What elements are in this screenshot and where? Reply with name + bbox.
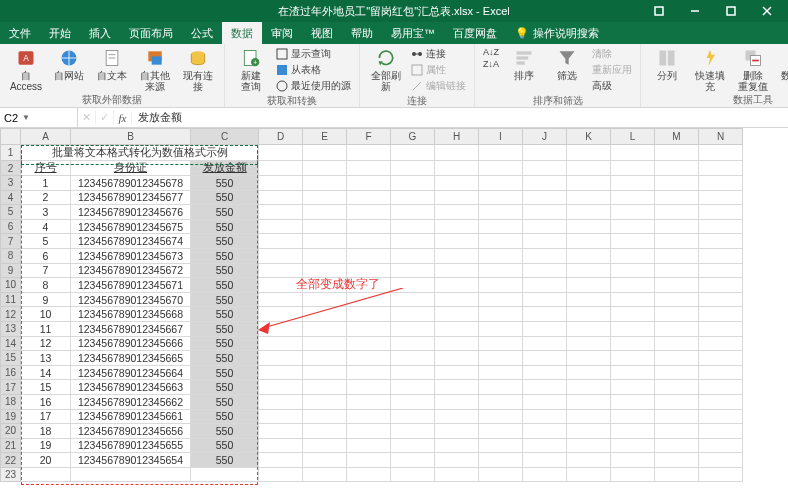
tab-addon2[interactable]: 百度网盘 <box>444 22 506 44</box>
data-cell[interactable]: 16 <box>21 394 71 409</box>
cell[interactable] <box>259 161 303 176</box>
cell[interactable] <box>567 145 611 161</box>
row-header[interactable]: 6 <box>1 219 21 234</box>
data-cell[interactable]: 123456789012345676 <box>71 205 191 220</box>
data-cell[interactable]: 2 <box>21 190 71 205</box>
cell[interactable] <box>259 438 303 453</box>
row-header[interactable]: 16 <box>1 365 21 380</box>
cell[interactable] <box>611 176 655 191</box>
cell[interactable] <box>699 234 743 249</box>
cell[interactable] <box>611 219 655 234</box>
cell[interactable] <box>435 365 479 380</box>
minimize-button[interactable] <box>678 3 712 19</box>
data-cell[interactable]: 3 <box>21 205 71 220</box>
cell[interactable] <box>523 409 567 424</box>
cell[interactable] <box>391 438 435 453</box>
data-cell[interactable]: 123456789012345656 <box>71 424 191 439</box>
from-access-button[interactable]: A自 Access <box>6 46 46 93</box>
data-cell[interactable]: 10 <box>21 307 71 322</box>
cell[interactable] <box>655 190 699 205</box>
cell[interactable] <box>523 248 567 263</box>
data-cell[interactable]: 550 <box>191 351 259 366</box>
cell[interactable] <box>71 467 191 482</box>
row-header[interactable]: 15 <box>1 351 21 366</box>
data-cell[interactable]: 4 <box>21 219 71 234</box>
cell[interactable] <box>435 176 479 191</box>
data-cell[interactable]: 550 <box>191 263 259 278</box>
data-cell[interactable]: 550 <box>191 205 259 220</box>
cell[interactable] <box>259 219 303 234</box>
cell[interactable] <box>523 438 567 453</box>
data-cell[interactable]: 550 <box>191 292 259 307</box>
fx-button[interactable]: fx <box>114 112 132 124</box>
cell[interactable] <box>303 453 347 468</box>
cell[interactable] <box>259 453 303 468</box>
row-header[interactable]: 18 <box>1 394 21 409</box>
cell[interactable] <box>523 424 567 439</box>
tab-insert[interactable]: 插入 <box>80 22 120 44</box>
cell[interactable] <box>347 467 391 482</box>
col-header-F[interactable]: F <box>347 129 391 145</box>
cell[interactable] <box>567 380 611 395</box>
cell[interactable] <box>435 145 479 161</box>
cell[interactable] <box>435 438 479 453</box>
cell[interactable] <box>303 145 347 161</box>
text-to-columns-button[interactable]: 分列 <box>647 46 687 82</box>
cell[interactable] <box>655 394 699 409</box>
row-header[interactable]: 21 <box>1 438 21 453</box>
cell[interactable] <box>655 351 699 366</box>
data-cell[interactable]: 550 <box>191 219 259 234</box>
cell[interactable] <box>435 292 479 307</box>
cell[interactable] <box>523 234 567 249</box>
data-cell[interactable]: 123456789012345655 <box>71 438 191 453</box>
data-cell[interactable]: 550 <box>191 307 259 322</box>
cell[interactable] <box>699 351 743 366</box>
cell[interactable] <box>191 467 259 482</box>
data-cell[interactable]: 20 <box>21 453 71 468</box>
from-web-button[interactable]: 自网站 <box>49 46 89 82</box>
cell[interactable] <box>479 248 523 263</box>
cell[interactable] <box>611 467 655 482</box>
cell[interactable] <box>655 336 699 351</box>
cell[interactable] <box>347 145 391 161</box>
cell[interactable] <box>347 365 391 380</box>
cell[interactable] <box>479 453 523 468</box>
row-header[interactable]: 12 <box>1 307 21 322</box>
data-cell[interactable]: 550 <box>191 278 259 293</box>
col-header-B[interactable]: B <box>71 129 191 145</box>
cell[interactable] <box>435 424 479 439</box>
col-header-K[interactable]: K <box>567 129 611 145</box>
cell[interactable] <box>479 380 523 395</box>
row-header[interactable]: 2 <box>1 161 21 176</box>
cell[interactable] <box>259 176 303 191</box>
data-cell[interactable]: 17 <box>21 409 71 424</box>
data-cell[interactable]: 123456789012345667 <box>71 321 191 336</box>
row-header[interactable]: 3 <box>1 176 21 191</box>
cell[interactable] <box>523 365 567 380</box>
data-cell[interactable]: 123456789012345664 <box>71 365 191 380</box>
cell[interactable] <box>259 394 303 409</box>
data-cell[interactable]: 123456789012345662 <box>71 394 191 409</box>
cell[interactable] <box>699 380 743 395</box>
cell[interactable] <box>347 453 391 468</box>
cell[interactable] <box>347 380 391 395</box>
cell[interactable] <box>523 205 567 220</box>
cell[interactable] <box>435 205 479 220</box>
cell[interactable] <box>567 321 611 336</box>
cell[interactable] <box>611 205 655 220</box>
tab-file[interactable]: 文件 <box>0 22 40 44</box>
row-header[interactable]: 10 <box>1 278 21 293</box>
cell[interactable] <box>303 234 347 249</box>
tab-data[interactable]: 数据 <box>222 22 262 44</box>
cell[interactable] <box>347 351 391 366</box>
data-cell[interactable]: 19 <box>21 438 71 453</box>
cell[interactable] <box>567 248 611 263</box>
data-cell[interactable]: 550 <box>191 394 259 409</box>
sort-za-button[interactable]: Z↓A <box>481 58 501 70</box>
close-button[interactable] <box>750 3 784 19</box>
cell[interactable] <box>699 205 743 220</box>
cell[interactable] <box>347 438 391 453</box>
cell[interactable] <box>479 161 523 176</box>
name-box[interactable]: C2 ▼ <box>0 108 78 127</box>
data-cell[interactable]: 123456789012345675 <box>71 219 191 234</box>
